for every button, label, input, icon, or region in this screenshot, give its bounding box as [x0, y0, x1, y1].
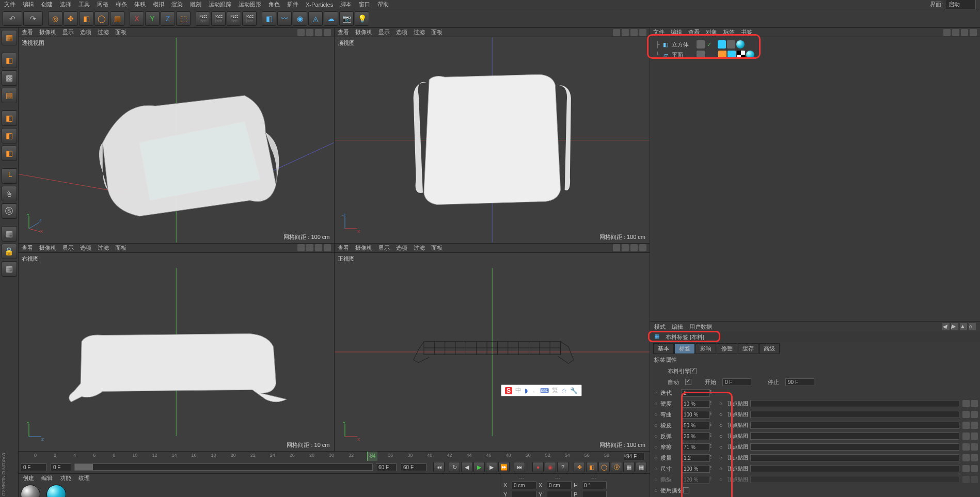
attr-menu-edit[interactable]: 编辑: [672, 323, 683, 331]
cloth-tag-icon[interactable]: [728, 51, 736, 59]
tab-basic[interactable]: 基本: [653, 343, 674, 354]
mat-menu-create[interactable]: 创建: [23, 474, 34, 482]
viewport-top[interactable]: 查看 摄像机 显示 选项 过滤 面板 顶视图: [335, 28, 650, 243]
timeline-start-field[interactable]: [21, 463, 46, 471]
vertex-map-buttons[interactable]: [961, 400, 978, 407]
anim-dot-icon[interactable]: ○: [652, 411, 659, 418]
vertex-map-buttons[interactable]: [961, 422, 978, 429]
object-name[interactable]: 平面: [672, 51, 697, 59]
menu-character[interactable]: 角色: [268, 1, 280, 8]
anim-dot-icon[interactable]: ○: [652, 422, 659, 428]
menu-sculpt[interactable]: 雕刻: [190, 1, 201, 8]
preview-end-field[interactable]: [376, 463, 397, 471]
cloth-tag-icon[interactable]: [718, 40, 726, 49]
lock-button[interactable]: 🔒: [2, 244, 17, 259]
map-anim-dot-icon[interactable]: ○: [717, 400, 724, 407]
menu-mograph[interactable]: 运动图形: [239, 1, 261, 8]
render-view-button[interactable]: 🎬: [196, 11, 210, 26]
map-anim-dot-icon[interactable]: ○: [717, 476, 724, 483]
anim-dot-icon[interactable]: ○: [652, 455, 659, 461]
menu-window[interactable]: 窗口: [359, 1, 370, 8]
timeline-ruler[interactable]: 34 0246810121416182022242628303234363840…: [19, 452, 650, 461]
add-environment-button[interactable]: ☁: [324, 11, 338, 26]
add-deformer-button[interactable]: ◬: [308, 11, 323, 26]
cloth-engine-checkbox[interactable]: [690, 368, 697, 374]
ime-trad-icon[interactable]: 繁: [552, 386, 558, 395]
menu-volume[interactable]: 体积: [134, 1, 146, 8]
stop-frame-field[interactable]: [785, 378, 814, 386]
key-param-button[interactable]: Ⓟ: [611, 462, 622, 472]
make-editable-button[interactable]: ▦: [2, 30, 17, 45]
anim-dot-icon[interactable]: ○: [652, 476, 659, 483]
vp-menu-camera[interactable]: 摄像机: [39, 28, 56, 36]
timeline-end-field[interactable]: [401, 463, 426, 471]
ime-person-icon[interactable]: ☆: [561, 387, 567, 394]
goto-end-button[interactable]: ⏭: [514, 462, 525, 472]
spinner-icon[interactable]: ⁝: [710, 464, 716, 473]
axis-tool-button[interactable]: └: [2, 168, 17, 184]
vp-menu-view[interactable]: 查看: [22, 28, 33, 36]
map-anim-dot-icon[interactable]: ○: [717, 433, 724, 439]
attr-param-field[interactable]: [681, 454, 710, 462]
tab-forces[interactable]: 影响: [696, 343, 716, 354]
mat-menu-texture[interactable]: 纹理: [78, 474, 90, 482]
material-item-2[interactable]: 材质: [46, 485, 69, 497]
timeline-scrollbar[interactable]: [74, 463, 373, 471]
add-spline-button[interactable]: 〰: [277, 11, 292, 26]
vp-menu-filter[interactable]: 过滤: [98, 28, 109, 36]
obj-menu-tags[interactable]: 标签: [723, 28, 735, 36]
map-anim-dot-icon[interactable]: ○: [717, 466, 724, 472]
attr-param-field[interactable]: [681, 400, 710, 408]
loop-button[interactable]: ↻: [449, 462, 460, 472]
spinner-icon[interactable]: ⁝: [710, 475, 716, 484]
edges-mode-button[interactable]: ◧: [2, 128, 17, 143]
vertex-map-drop-field[interactable]: [750, 443, 959, 451]
viewport-solo-button[interactable]: ▦: [2, 226, 17, 242]
anim-dot-icon[interactable]: ○: [652, 466, 659, 472]
obj-menu-file[interactable]: 文件: [653, 28, 665, 36]
add-light-button[interactable]: 💡: [355, 11, 369, 26]
layout-dropdown[interactable]: 启动: [945, 0, 976, 9]
snap-settings-button[interactable]: Ⓢ: [2, 203, 17, 219]
spinner-icon[interactable]: ⁝: [710, 443, 716, 451]
start-frame-field[interactable]: [722, 378, 751, 386]
use-tear-checkbox[interactable]: [683, 487, 689, 493]
viewport-perspective[interactable]: 查看 摄像机 显示 选项 过滤 面板 透视视图: [19, 28, 334, 243]
vp-menu-options[interactable]: 选项: [80, 28, 91, 36]
render-to-pv-button[interactable]: 🎬: [227, 11, 241, 26]
attr-param-field[interactable]: [681, 422, 710, 429]
vertex-map-drop-field[interactable]: [750, 465, 959, 472]
coord-y-size[interactable]: [547, 491, 572, 498]
vp-nav-icons[interactable]: [296, 29, 331, 36]
vertex-map-drop-field[interactable]: [750, 454, 959, 461]
vertex-map-drop-field[interactable]: [750, 432, 959, 440]
prev-key-button[interactable]: ⏩: [498, 462, 510, 472]
object-row-cube[interactable]: ├ ◧ 立方体 ✓: [654, 39, 976, 50]
obj-panel-icons[interactable]: [942, 29, 977, 36]
uvw-tag-icon[interactable]: [737, 51, 745, 59]
tab-expert[interactable]: 高级: [759, 343, 780, 354]
add-cube-button[interactable]: ◧: [262, 11, 276, 26]
menu-select[interactable]: 选择: [60, 1, 71, 8]
spinner-icon[interactable]: ⁝: [710, 421, 716, 429]
vertex-map-buttons[interactable]: [961, 443, 978, 451]
menu-spline[interactable]: 样条: [116, 1, 127, 8]
world-local-toggle[interactable]: ⬚: [176, 11, 191, 26]
vertex-map-buttons[interactable]: [961, 411, 978, 418]
object-name[interactable]: 立方体: [672, 41, 697, 49]
add-generator-button[interactable]: ◉: [293, 11, 307, 26]
attr-menu-userdata[interactable]: 用户数据: [689, 323, 712, 331]
ime-keyboard-icon[interactable]: ⌨: [540, 387, 549, 394]
attr-param-field[interactable]: [681, 411, 710, 419]
spinner-icon[interactable]: ⁝: [710, 410, 716, 419]
attr-menu-mode[interactable]: 模式: [654, 323, 666, 331]
anim-dot-icon[interactable]: ○: [652, 433, 659, 439]
coord-x-pos[interactable]: [512, 482, 536, 489]
snap-button[interactable]: 🖱: [2, 186, 17, 201]
render-settings-button[interactable]: 🎬: [242, 11, 257, 26]
vertex-map-buttons[interactable]: [961, 432, 978, 440]
workplane-mode-button[interactable]: ▤: [2, 88, 17, 103]
spinner-icon[interactable]: ⁝: [710, 389, 716, 397]
coord-y-pos[interactable]: [512, 491, 536, 498]
viewport-right[interactable]: 查看 摄像机 显示 选项 过滤 面板 右视图 YZ: [19, 244, 334, 451]
